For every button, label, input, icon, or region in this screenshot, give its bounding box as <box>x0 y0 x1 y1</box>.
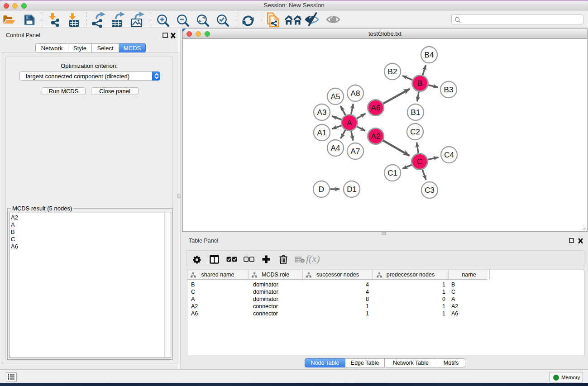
svg-text:A8: A8 <box>351 89 360 98</box>
svg-text:B2: B2 <box>388 67 397 76</box>
svg-text:C4: C4 <box>444 151 454 159</box>
svg-text:A4: A4 <box>331 144 340 152</box>
svg-text:A7: A7 <box>351 147 360 156</box>
svg-text:A2: A2 <box>371 132 381 141</box>
svg-text:A5: A5 <box>331 92 340 101</box>
svg-text:D: D <box>319 185 324 194</box>
svg-text:D1: D1 <box>347 185 357 194</box>
svg-text:B4: B4 <box>425 51 434 59</box>
svg-text:A3: A3 <box>317 108 327 117</box>
svg-text:B1: B1 <box>411 108 421 117</box>
svg-text:C2: C2 <box>410 128 420 136</box>
svg-text:A1: A1 <box>317 129 327 137</box>
svg-text:C: C <box>417 157 422 166</box>
svg-text:A6: A6 <box>371 104 381 112</box>
svg-text:C1: C1 <box>387 169 397 177</box>
svg-text:B: B <box>417 79 422 88</box>
svg-text:A: A <box>347 119 352 127</box>
svg-text:C3: C3 <box>425 186 435 195</box>
svg-text:B3: B3 <box>444 86 454 94</box>
